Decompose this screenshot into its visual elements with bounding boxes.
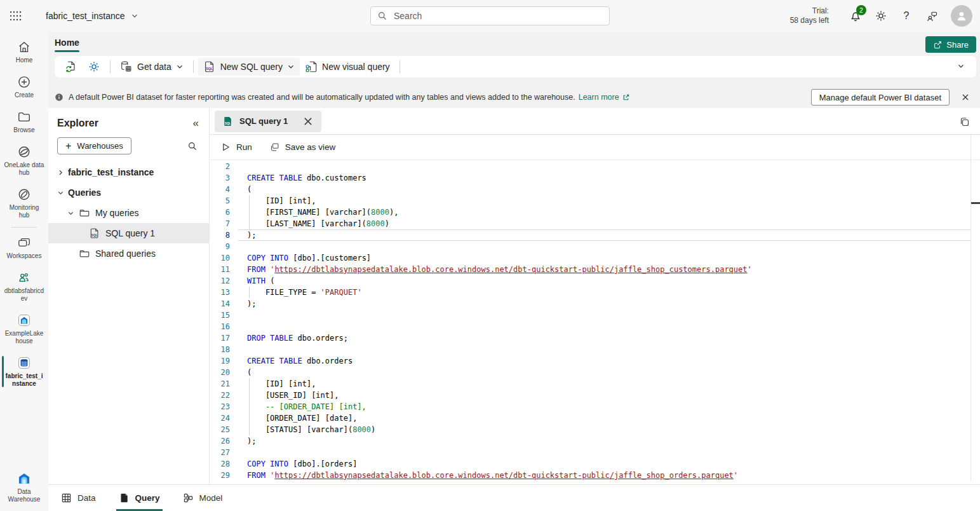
code-line[interactable]: 5 [ID] [int], bbox=[210, 195, 980, 207]
code-line[interactable]: 21 [ID] [int], bbox=[210, 378, 980, 390]
code-line[interactable]: 8); bbox=[210, 229, 980, 241]
warehouse-badge-icon bbox=[17, 355, 32, 371]
line-number: 26 bbox=[210, 435, 230, 447]
line-number: 22 bbox=[210, 390, 230, 401]
code-line[interactable]: 23 -- [ORDER_DATE] [int], bbox=[210, 401, 980, 412]
nav-rail-item-monitoring-hub[interactable]: Monitoring hub bbox=[0, 182, 48, 224]
app-launcher-button[interactable] bbox=[0, 0, 32, 32]
view-tab-model[interactable]: Model bbox=[183, 485, 223, 511]
account-avatar[interactable] bbox=[951, 5, 972, 27]
main-area: Home Share Get data bbox=[48, 32, 980, 511]
nav-rail-item-fabric-test-instance[interactable]: fabric_test_instance bbox=[0, 350, 48, 393]
code-line[interactable]: 26); bbox=[210, 435, 980, 447]
banner-close-button[interactable] bbox=[958, 90, 972, 104]
tree-item-queries[interactable]: Queries bbox=[48, 182, 209, 203]
get-data-button[interactable]: Get data bbox=[115, 58, 189, 76]
feedback-button[interactable] bbox=[919, 3, 944, 29]
tab-home[interactable]: Home bbox=[55, 37, 79, 52]
code-line[interactable]: 10COPY INTO [dbo].[customers] bbox=[210, 252, 980, 264]
nav-rail-item-create[interactable]: Create bbox=[0, 69, 48, 104]
nav-rail-item-home[interactable]: Home bbox=[0, 34, 48, 69]
workspace-switcher[interactable]: fabric_test_instance bbox=[46, 11, 138, 21]
code-text: COPY INTO [dbo].[customers] bbox=[247, 252, 371, 264]
code-line[interactable]: 16 bbox=[210, 321, 980, 332]
help-button[interactable]: ? bbox=[894, 3, 919, 29]
tree-item-sql-query-1[interactable]: SQLSQL query 1 bbox=[48, 223, 209, 243]
code-line[interactable]: 2 bbox=[210, 161, 980, 172]
code-line[interactable]: 6 [FIRST_NAME] [varchar](8000), bbox=[210, 207, 980, 218]
indent-guide bbox=[249, 378, 250, 390]
code-text: ( bbox=[247, 184, 252, 195]
search-input[interactable] bbox=[393, 10, 603, 22]
nav-rail-item-browse[interactable]: Browse bbox=[0, 104, 48, 139]
code-line[interactable]: 15 bbox=[210, 310, 980, 321]
share-button[interactable]: Share bbox=[925, 36, 976, 53]
sql-editor[interactable]: 23CREATE TABLE dbo.customers4(5 [ID] [in… bbox=[210, 161, 980, 484]
code-line[interactable]: 11FROM 'https://dbtlabsynapsedatalake.bl… bbox=[210, 264, 980, 275]
new-visual-query-button[interactable]: New visual query bbox=[300, 58, 395, 76]
tree-item-fabric-test-instance[interactable]: fabric_test_instance bbox=[48, 162, 209, 182]
nav-rail-item-dbtlabsfabricdev[interactable]: dbtlabsfabricdev bbox=[0, 265, 48, 308]
dataset-info-banner: A default Power BI dataset for faster re… bbox=[55, 88, 976, 107]
line-number: 8 bbox=[210, 229, 230, 241]
visual-query-icon bbox=[305, 60, 318, 73]
line-number: 16 bbox=[210, 321, 230, 332]
code-line[interactable]: 18 bbox=[210, 344, 980, 355]
ribbon-toolbar: Get data SQL New SQL query New visual qu… bbox=[55, 56, 976, 78]
new-warehouse-label: Warehouses bbox=[77, 141, 123, 151]
notifications-button[interactable]: 2 bbox=[843, 3, 868, 29]
code-line[interactable]: 19CREATE TABLE dbo.orders bbox=[210, 355, 980, 367]
code-line[interactable]: 12WITH ( bbox=[210, 275, 980, 287]
new-sql-query-button[interactable]: SQL New SQL query bbox=[198, 58, 300, 76]
manage-default-dataset-button[interactable]: Manage default Power BI dataset bbox=[811, 89, 950, 106]
nav-rail-item-examplelakehouse[interactable]: ExampleLakehouse bbox=[0, 308, 48, 350]
code-line[interactable]: 14); bbox=[210, 298, 980, 310]
code-line[interactable]: 3CREATE TABLE dbo.customers bbox=[210, 172, 980, 184]
code-line[interactable]: 25 [STATUS] [varchar](8000) bbox=[210, 424, 980, 435]
warehouse-settings-button[interactable] bbox=[83, 58, 105, 76]
code-line[interactable]: 4( bbox=[210, 184, 980, 195]
code-line[interactable]: 28COPY INTO [dbo].[orders] bbox=[210, 458, 980, 470]
code-line[interactable]: 29FROM 'https://dbtlabsynapsedatalake.bl… bbox=[210, 470, 980, 481]
close-tab-button[interactable] bbox=[302, 116, 314, 127]
save-as-view-button[interactable]: Save as view bbox=[270, 142, 336, 152]
nav-rail-item-workspaces[interactable]: Workspaces bbox=[0, 230, 48, 265]
tree-item-shared-queries[interactable]: Shared queries bbox=[48, 243, 209, 264]
toolbar-divider bbox=[399, 60, 400, 73]
code-line[interactable]: 7 [LAST_NAME] [varchar](8000) bbox=[210, 218, 980, 229]
refresh-doc-icon bbox=[65, 60, 77, 73]
code-line[interactable]: 20( bbox=[210, 367, 980, 378]
copy-button[interactable] bbox=[958, 115, 972, 129]
code-line[interactable]: 22 [USER_ID] [int], bbox=[210, 390, 980, 401]
chevron-down-icon[interactable] bbox=[57, 189, 68, 196]
chevron-down-icon[interactable] bbox=[67, 209, 78, 217]
tree-item-label: My queries bbox=[95, 208, 138, 218]
learn-more-link[interactable]: Learn more bbox=[579, 93, 630, 102]
nav-rail-item-data-warehouse[interactable]: Data Warehouse bbox=[0, 466, 48, 508]
collapse-ribbon-button[interactable] bbox=[957, 61, 965, 72]
run-button[interactable]: Run bbox=[221, 142, 252, 152]
view-tab-label: Model bbox=[199, 493, 223, 503]
code-line[interactable]: 17DROP TABLE dbo.orders; bbox=[210, 332, 980, 344]
chevron-right-icon[interactable] bbox=[57, 168, 68, 176]
explorer-search-button[interactable] bbox=[185, 139, 200, 154]
view-tab-data[interactable]: Data bbox=[61, 485, 96, 511]
line-number: 27 bbox=[210, 447, 230, 458]
code-text: -- [ORDER_DATE] [int], bbox=[247, 401, 366, 412]
line-number: 15 bbox=[210, 310, 230, 321]
collapse-panel-button[interactable]: « bbox=[193, 117, 199, 130]
indent-guide bbox=[249, 424, 250, 435]
new-warehouse-button[interactable]: + Warehouses bbox=[57, 137, 131, 154]
code-line[interactable]: 24 [ORDER_DATE] [date], bbox=[210, 412, 980, 424]
tree-item-my-queries[interactable]: My queries bbox=[48, 203, 209, 223]
code-line[interactable]: 9 bbox=[210, 241, 980, 252]
query-pane: SQL SQL query 1 Run bbox=[210, 108, 980, 484]
settings-button[interactable] bbox=[868, 3, 894, 29]
line-number: 10 bbox=[210, 252, 230, 264]
nav-rail-item-onelake-data-hub[interactable]: OneLake data hub bbox=[0, 139, 48, 182]
refresh-button[interactable] bbox=[60, 58, 83, 76]
code-line[interactable]: 27 bbox=[210, 447, 980, 458]
code-line[interactable]: 13 FILE_TYPE = 'PARQUET' bbox=[210, 287, 980, 298]
view-tab-query[interactable]: Query bbox=[119, 485, 160, 511]
query-tab-sql-query-1[interactable]: SQL SQL query 1 bbox=[215, 111, 321, 132]
